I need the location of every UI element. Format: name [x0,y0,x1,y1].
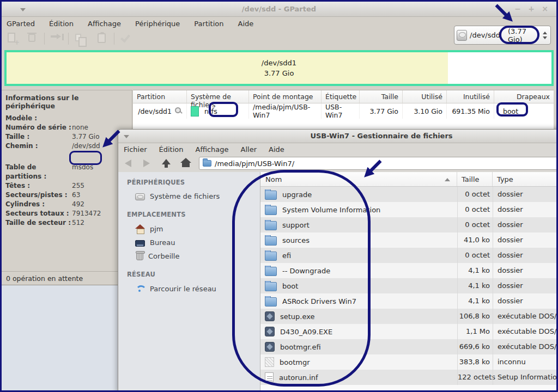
file-row[interactable]: bootmgr383,8 koinconnu [260,354,558,370]
menu-affichage[interactable]: Affichage [195,145,228,154]
col-flags[interactable]: Drapeaux [494,90,554,103]
menu-partition[interactable]: Partition [194,20,223,28]
file-row[interactable]: -- Downgrade4,1 kodossier [260,263,558,278]
partition-row[interactable]: /dev/sdd1 ntfs /media/pjm/USB-Win7 USB-W… [133,103,554,119]
info-value: 3.77 Gio [72,132,100,142]
size-value: 3.77 Gio [369,107,398,115]
home-icon[interactable] [180,158,192,169]
up-icon[interactable] [162,158,174,169]
menu-affichage[interactable]: Affichage [88,20,121,28]
info-label: Taille : [5,132,72,142]
desktop-icon [135,240,145,247]
sidebar-item-pjm[interactable]: pjm [118,222,260,236]
sidebar-item-parcourir-le-reseau[interactable]: Parcourir le réseau [118,281,260,296]
spinner-up-icon[interactable] [543,32,547,34]
col-used[interactable]: Utilisé [403,90,447,103]
executable-icon [265,342,275,352]
disk-icon [135,193,145,200]
path-text: /media/pjm/USB-Win7/ [215,160,294,168]
col-taille[interactable]: Taille [457,172,493,186]
close-button[interactable]: × [541,4,549,13]
col-size[interactable]: Taille [360,90,403,103]
col-unused[interactable]: Inutilisé [447,90,494,103]
sidebar-item-label: pjm [150,225,163,233]
col-nom[interactable]: Nom [260,172,457,186]
sidebar-section-peripheriques: PÉRIPHÉRIQUES [118,179,260,189]
maximize-button[interactable]: + [527,4,535,13]
home-icon [135,224,145,233]
file-row[interactable]: efi0 octetdossier [260,248,558,263]
paste-icon[interactable] [95,32,108,45]
file-row[interactable]: upgrade0 octetdossier [260,187,558,202]
executable-icon [265,311,275,321]
file-row[interactable]: bootmgr.efi669,6 koexécutable DOS/Window… [260,339,558,354]
sort-asc-icon [445,178,450,181]
file-row[interactable]: autorun.inf122 octetsSetup Information [260,370,558,385]
info-value: 7913472 [72,209,101,218]
info-label: Numéro de série : [5,123,72,132]
file-row[interactable]: ASRock Drivers Win74,1 kodossier [260,293,558,309]
partition-table-header: Partition Système de fichiers Point de m… [133,90,554,103]
file-manager-titlebar[interactable]: USB-Win7 - Gestionnaire de fichiers [118,130,558,143]
sidebar-item-systeme-de-fichiers[interactable]: Système de fichiers [118,189,260,203]
sidebar-item-corbeille[interactable]: Corbeille [118,249,260,263]
new-partition-icon[interactable]: + [6,32,19,45]
fs-color-swatch [191,106,199,117]
folder-icon [265,191,277,200]
text-file-icon [265,372,274,382]
col-label[interactable]: Étiquette [322,90,360,103]
menu-aide[interactable]: Aide [238,20,254,28]
back-icon[interactable] [125,158,137,169]
forward-icon[interactable] [143,158,155,169]
file-row[interactable]: System Volume Information0 octetdossier [260,202,558,217]
file-row[interactable]: support0 octetdossier [260,217,558,232]
sidebar-item-bureau[interactable]: Bureau [118,236,260,249]
file-row[interactable]: sources41,0 kodossier [260,232,558,248]
col-mount-point[interactable]: Point de montage [249,90,322,103]
mount-point-value: /media/pjm/USB-Win7 [253,103,317,119]
folder-icon [265,297,277,307]
spinner-down-icon[interactable] [543,36,547,39]
sidebar-section-reseau: RÉSEAU [118,271,260,281]
col-partition[interactable]: Partition [133,90,187,103]
menu-edition[interactable]: Édition [159,145,184,154]
folder-icon [265,236,277,246]
menu-peripherique[interactable]: Périphérique [135,20,180,28]
menu-edition[interactable]: Édition [49,20,74,28]
file-row[interactable]: boot4,1 kodossier [260,278,558,293]
used-value: 3.10 Gio [414,107,442,115]
info-label: Taille de secteur : [5,218,72,228]
path-bar[interactable]: /media/pjm/USB-Win7/ [199,157,558,170]
gparted-window-title: /dev/sdd - GParted [2,5,556,13]
menu-aller[interactable]: Aller [241,145,257,154]
folder-icon [265,252,277,261]
partition-bar-label: /dev/sdd1 3.77 Gio [7,58,551,78]
desktop [2,285,118,390]
info-label: Secteurs totaux : [5,209,72,218]
menu-fichier[interactable]: Fichier [124,145,147,154]
delete-partition-icon[interactable] [26,32,39,45]
file-row[interactable]: D430_A09.EXE1,1 Moexécutable DOS/Windows [260,324,558,339]
device-selector[interactable]: /dev/sdd (3.77 Gio) [454,26,551,45]
resize-move-icon[interactable] [50,32,63,45]
menu-gparted[interactable]: GParted [7,20,35,28]
partition-name: /dev/sdd1 [138,107,172,115]
info-label: Secteurs/pistes : [5,191,72,200]
copy-icon[interactable] [74,32,87,45]
device-selector-spinner[interactable] [543,32,548,39]
network-icon [135,284,145,293]
info-value: 255 [72,181,84,191]
file-row[interactable]: setup.exe106,8 koexécutable DOS/Windows [260,309,558,324]
minimize-button[interactable]: − [514,4,521,13]
col-filesystem[interactable]: Système de fichiers [187,90,249,103]
gparted-titlebar[interactable]: /dev/sdd - GParted − + × [2,2,556,17]
sidebar-item-label: Bureau [150,238,175,247]
partition-visual-bar[interactable]: /dev/sdd1 3.77 Gio [4,50,554,86]
info-value: none [72,123,88,132]
info-value: 512 [72,218,84,228]
filesystem-value: ntfs [204,107,217,115]
apply-operations-icon[interactable] [120,32,134,45]
col-type[interactable]: Type [493,172,558,186]
file-manager-toolbar: /media/pjm/USB-Win7/ [118,155,558,171]
menu-aide[interactable]: Aide [269,145,284,154]
